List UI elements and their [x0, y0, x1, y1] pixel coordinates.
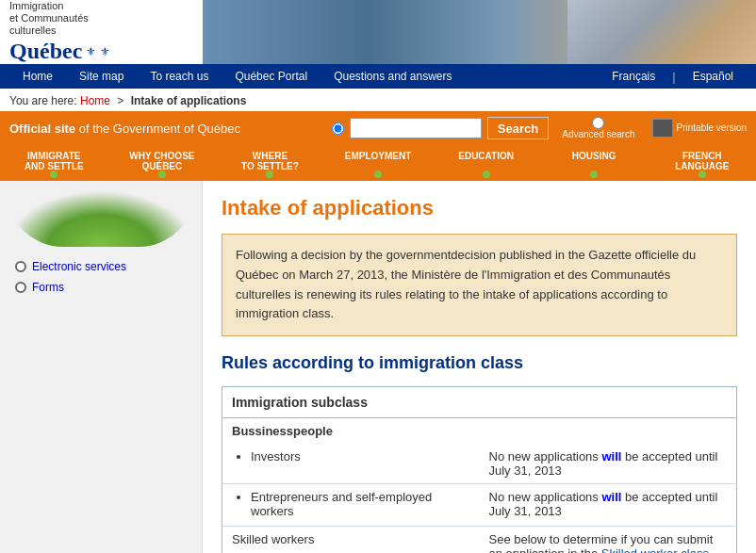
table-col2-header [480, 387, 737, 418]
search-radio-advanced[interactable] [592, 117, 604, 129]
search-button[interactable]: Search [487, 117, 549, 139]
nav-education[interactable]: EDUCATION [432, 145, 540, 181]
header-image [203, 0, 756, 64]
sidebar-radio-forms [15, 282, 26, 293]
entrepreneurs-rule: No new applications will be accepted unt… [480, 484, 737, 527]
main-content: Intake of applications Following a decis… [203, 181, 756, 553]
table-row-businesspeople: Bussinesspeople [222, 418, 737, 445]
logo-area: Immigration et Communautés culturelles Q… [0, 0, 203, 64]
nav-lang-fr[interactable]: Français [599, 64, 668, 89]
top-nav-bar: Home Site map To reach us Québec Portal … [0, 64, 756, 89]
notice-box: Following a decision by the governmentde… [222, 234, 737, 336]
search-bar: Official site of the Government of Québe… [0, 111, 756, 145]
sidebar-item-electronic-services[interactable]: Electronic services [0, 256, 202, 277]
nav-home[interactable]: Home [9, 64, 66, 89]
sidebar-radio-electronic [15, 261, 26, 272]
section-title: Rules according to immigration class [222, 353, 737, 373]
investors-class: Investors [222, 444, 480, 484]
table-col1-header: Immigration subclass [222, 387, 480, 418]
nav-sitemap[interactable]: Site map [66, 64, 137, 89]
page-title: Intake of applications [222, 196, 737, 220]
nav-lang-es[interactable]: Español [680, 64, 747, 89]
fleur-icon: ⚜ ⚜ [86, 45, 109, 58]
breadcrumb-home[interactable]: Home [80, 94, 110, 107]
skilled-rule: See below to determine if you can submit… [480, 527, 737, 553]
businesspeople-label: Bussinesspeople [222, 418, 737, 445]
table-row-entrepreneurs: Entrepreneurs and self‑employed workers … [222, 484, 737, 527]
official-site-label: Official site of the Government of Québe… [9, 122, 240, 136]
sidebar-decoration [7, 190, 195, 247]
search-radio-label [332, 122, 344, 135]
table-row-skilled: Skilled workers See below to determine i… [222, 527, 737, 553]
nav-qa[interactable]: Questions and answers [320, 64, 465, 89]
nav-why-choose[interactable]: WHY CHOOSE QUÉBEC [108, 145, 217, 181]
advanced-search[interactable]: Advanced search [562, 117, 634, 139]
immigration-table: Immigration subclass Bussinesspeople Inv… [222, 386, 737, 553]
investors-rule: No new applications will be accepted unt… [480, 444, 737, 484]
nav-employment[interactable]: EMPLOYMENT [324, 145, 433, 181]
nav-french[interactable]: FRENCH LANGUAGE [648, 145, 756, 181]
nav-portal[interactable]: Québec Portal [222, 64, 320, 89]
top-header: Immigration et Communautés culturelles Q… [0, 0, 756, 64]
main-nav: IMMIGRATE AND SETTLE WHY CHOOSE QUÉBEC W… [0, 145, 756, 181]
nav-immigrate[interactable]: IMMIGRATE AND SETTLE [0, 145, 108, 181]
search-radio-basic[interactable] [332, 122, 344, 135]
breadcrumb: You are here: Home > Intake of applicati… [0, 89, 756, 111]
content-layout: Electronic services Forms Intake of appl… [0, 181, 756, 553]
nav-where[interactable]: WHERE TO SETTLE? [216, 145, 324, 181]
print-icon [652, 119, 673, 138]
table-row-investors: Investors No new applications will be ac… [222, 444, 737, 484]
org-name: Immigration et Communautés culturelles [9, 0, 110, 37]
entrepreneurs-class: Entrepreneurs and self‑employed workers [222, 484, 480, 527]
nav-housing[interactable]: HOUSING [540, 145, 649, 181]
sidebar-item-forms[interactable]: Forms [0, 277, 202, 298]
skilled-class: Skilled workers [222, 527, 480, 553]
brand-name: Québec [9, 39, 82, 64]
search-input[interactable] [350, 118, 482, 138]
printable-version[interactable]: Printable version [652, 119, 747, 138]
breadcrumb-current: Intake of applications [131, 94, 247, 107]
sidebar: Electronic services Forms [0, 181, 203, 553]
nav-toreach[interactable]: To reach us [137, 64, 222, 89]
